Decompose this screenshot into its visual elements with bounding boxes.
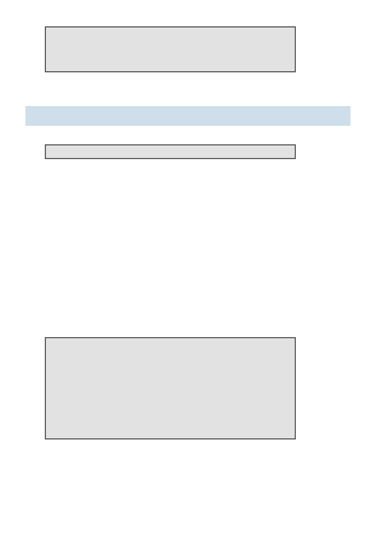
- highlight-band: [25, 106, 350, 126]
- content-box-2: [45, 144, 296, 159]
- content-box-1: [45, 26, 296, 72]
- content-box-3: [45, 337, 296, 439]
